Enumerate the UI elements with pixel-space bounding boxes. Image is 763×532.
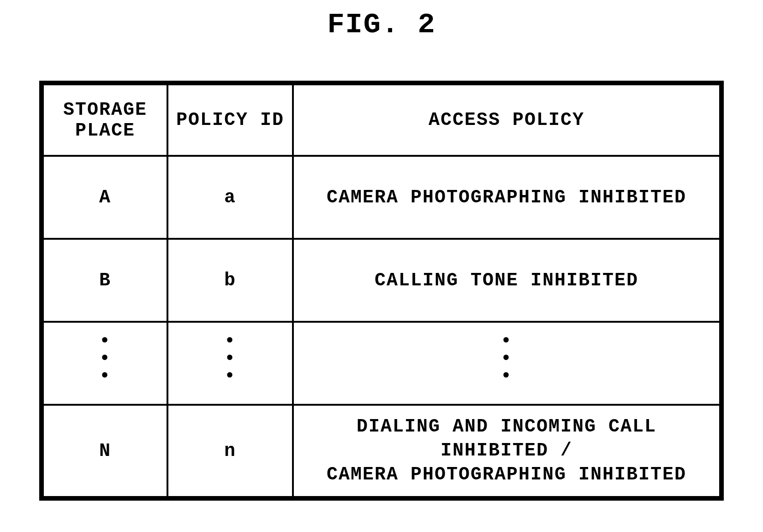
cell-access-policy-text: DIALING AND INCOMING CALL INHIBITED /CAM… xyxy=(300,415,713,487)
cell-storage-place: A xyxy=(43,156,167,239)
header-storage-place: STORAGE PLACE xyxy=(43,84,167,156)
header-policy-id: POLICY ID xyxy=(167,84,293,156)
vertical-ellipsis-icon: ••• xyxy=(224,337,236,390)
cell-storage-place: N xyxy=(43,405,167,497)
vertical-ellipsis-icon: ••• xyxy=(501,337,513,390)
cell-access-policy: CAMERA PHOTOGRAPHING INHIBITED xyxy=(293,156,720,239)
cell-policy-id: n xyxy=(167,405,293,497)
cell-ellipsis: ••• xyxy=(43,322,167,405)
figure-title: FIG. 2 xyxy=(0,8,763,41)
table-header-row: STORAGE PLACE POLICY ID ACCESS POLICY xyxy=(43,84,720,156)
cell-access-policy: DIALING AND INCOMING CALL INHIBITED /CAM… xyxy=(293,405,720,497)
table-row: B b CALLING TONE INHIBITED xyxy=(43,239,720,322)
cell-ellipsis: ••• xyxy=(167,322,293,405)
table-row: N n DIALING AND INCOMING CALL INHIBITED … xyxy=(43,405,720,497)
cell-access-policy: CALLING TONE INHIBITED xyxy=(293,239,720,322)
policy-table-container: STORAGE PLACE POLICY ID ACCESS POLICY A … xyxy=(39,81,724,501)
cell-ellipsis: ••• xyxy=(293,322,720,405)
table-row-ellipsis: ••• ••• ••• xyxy=(43,322,720,405)
cell-policy-id: b xyxy=(167,239,293,322)
policy-table: STORAGE PLACE POLICY ID ACCESS POLICY A … xyxy=(42,83,721,498)
table-row: A a CAMERA PHOTOGRAPHING INHIBITED xyxy=(43,156,720,239)
header-access-policy: ACCESS POLICY xyxy=(293,84,720,156)
cell-storage-place: B xyxy=(43,239,167,322)
cell-policy-id: a xyxy=(167,156,293,239)
vertical-ellipsis-icon: ••• xyxy=(99,337,111,390)
